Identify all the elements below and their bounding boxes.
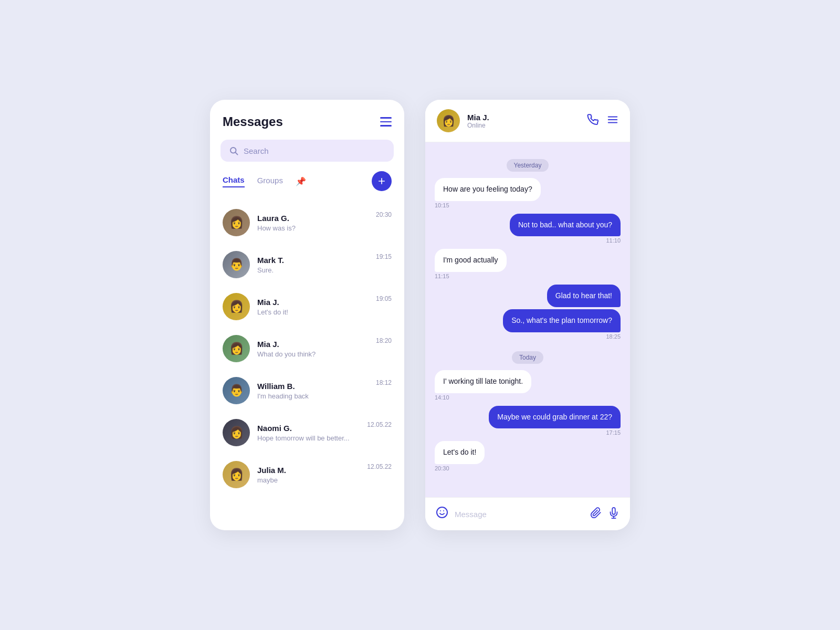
chat-preview: Sure. [257, 266, 369, 274]
chat-header-actions [587, 114, 618, 128]
message-time: 18:25 [435, 333, 621, 340]
phone-icon[interactable] [587, 114, 598, 128]
list-item[interactable]: 👩 Laura G. How was is? 20:30 [220, 202, 394, 244]
message-time: 14:10 [435, 394, 621, 401]
search-input[interactable] [244, 146, 385, 155]
pin-icon[interactable]: 📌 [296, 176, 306, 186]
message-bubble: Let's do it! [435, 441, 485, 464]
message-bubble: I' working till late tonight. [435, 370, 531, 393]
app-container: Messages Chats Groups 📌 [178, 68, 662, 562]
chat-name: Julia M. [257, 466, 360, 475]
message-bubble: Not to bad.. what about you? [510, 214, 621, 237]
message-bubble: I'm good actually [435, 249, 507, 272]
chat-time: 20:30 [376, 211, 392, 218]
chat-name: William B. [257, 382, 369, 391]
message-time: 20:30 [435, 465, 621, 471]
chat-input-bar [425, 497, 630, 530]
add-user-icon [376, 176, 387, 186]
list-item[interactable]: 👩 Mia J. Let's do it! 19:05 [220, 286, 394, 328]
chat-preview: maybe [257, 476, 360, 484]
mic-icon[interactable] [608, 507, 620, 521]
message-time: 11:10 [435, 237, 621, 244]
tabs-row: Chats Groups 📌 [220, 171, 394, 191]
message-bubble: How are you feeling today? [435, 178, 541, 201]
chat-name: Mia J. [257, 298, 369, 307]
list-item[interactable]: 👩 Mia J. What do you think? 18:20 [220, 328, 394, 370]
chat-time: 18:20 [376, 337, 392, 344]
date-badge: Yesterday [507, 159, 549, 172]
avatar: 👩 [223, 335, 250, 362]
chat-info: Mia J. What do you think? [257, 340, 369, 358]
tab-groups[interactable]: Groups [257, 176, 283, 187]
contact-name: Mia J. [467, 113, 580, 122]
avatar: 👨 [223, 251, 250, 278]
chat-preview: Hope tomorrow will be better... [257, 434, 360, 442]
chat-info: William B. I'm heading back [257, 382, 369, 400]
message-bubble: So., what's the plan tomorrow? [503, 309, 621, 332]
avatar: 👩 [223, 293, 250, 320]
chat-preview: What do you think? [257, 350, 369, 358]
message-time: 17:15 [435, 429, 621, 436]
chat-name: Mia J. [257, 340, 369, 349]
avatar: 👩 [223, 209, 250, 236]
messages-title: Messages [223, 114, 283, 129]
search-bar[interactable] [220, 140, 394, 162]
tab-chats[interactable]: Chats [223, 175, 245, 187]
message-bubble: Glad to hear that! [547, 285, 621, 308]
contact-info: Mia J. Online [467, 113, 580, 129]
message-input[interactable] [455, 510, 584, 519]
avatar: 👩 [223, 461, 250, 488]
avatar: 👨 [223, 377, 250, 404]
chat-info: Laura G. How was is? [257, 214, 369, 232]
contact-status: Online [467, 122, 580, 129]
chat-time: 19:15 [376, 253, 392, 260]
list-item[interactable]: 👨 Mark T. Sure. 19:15 [220, 244, 394, 286]
contact-avatar: 👩 [437, 109, 460, 132]
svg-line-1 [235, 152, 237, 154]
message-time: 11:15 [435, 273, 621, 279]
chat-time: 12.05.22 [367, 421, 392, 428]
list-item[interactable]: 👨 William B. I'm heading back 18:12 [220, 370, 394, 412]
chat-info: Mia J. Let's do it! [257, 298, 369, 316]
chat-name: Naomi G. [257, 424, 360, 433]
hamburger-menu-icon[interactable] [380, 117, 392, 127]
date-divider: Today [435, 351, 621, 364]
chat-preview: How was is? [257, 224, 369, 232]
chat-panel: 👩 Mia J. Online [425, 100, 630, 530]
message-bubble: Maybe we could grab dinner at 22? [489, 406, 621, 429]
messages-header: Messages [220, 114, 394, 129]
list-item[interactable]: 👩 Julia M. maybe 12.05.22 [220, 454, 394, 496]
chat-list: 👩 Laura G. How was is? 20:30 👨 Mark T. S… [220, 202, 394, 496]
date-badge: Today [512, 351, 543, 364]
search-icon [229, 146, 238, 155]
chat-info: Naomi G. Hope tomorrow will be better... [257, 424, 360, 442]
chat-name: Laura G. [257, 214, 369, 223]
chat-time: 19:05 [376, 295, 392, 302]
avatar: 👩 [223, 419, 250, 446]
emoji-icon[interactable] [436, 506, 448, 522]
svg-point-5 [437, 507, 447, 518]
chat-preview: I'm heading back [257, 392, 369, 400]
chat-header: 👩 Mia J. Online [425, 100, 630, 142]
chat-time: 18:12 [376, 379, 392, 386]
chat-info: Julia M. maybe [257, 466, 360, 484]
chat-info: Mark T. Sure. [257, 256, 369, 274]
chat-messages: Yesterday How are you feeling today? 10:… [425, 142, 630, 497]
add-user-button[interactable] [372, 171, 392, 191]
chat-name: Mark T. [257, 256, 369, 265]
chat-preview: Let's do it! [257, 308, 369, 316]
list-item[interactable]: 👩 Naomi G. Hope tomorrow will be better.… [220, 412, 394, 454]
menu-icon[interactable] [607, 114, 618, 128]
messages-panel: Messages Chats Groups 📌 [210, 100, 404, 530]
message-time: 10:15 [435, 202, 621, 208]
date-divider: Yesterday [435, 159, 621, 172]
attach-icon[interactable] [590, 507, 602, 521]
chat-time: 12.05.22 [367, 463, 392, 470]
